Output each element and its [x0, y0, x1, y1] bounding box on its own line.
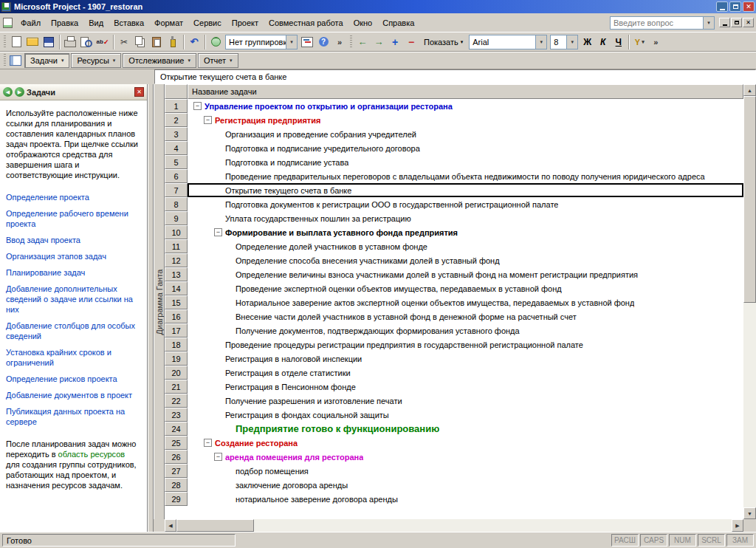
table-row[interactable]: 15Нотариальное заверение актов экспертно…	[165, 295, 743, 309]
task-name-cell[interactable]: нотариальное заверение договора аренды	[188, 492, 743, 506]
sidebar-link[interactable]: Определение рисков проекта	[6, 374, 141, 384]
sidebar-link[interactable]: Добавление дополнительных сведений о зад…	[6, 284, 141, 315]
chevron-down-icon[interactable]: ▾	[703, 17, 714, 29]
row-id-cell[interactable]: 16	[165, 309, 188, 323]
question-input[interactable]: Введите вопрос ▾	[610, 16, 715, 30]
entry-field[interactable]: Открытие текущего счета в банке	[154, 69, 756, 84]
toolbar-grip[interactable]	[350, 35, 352, 49]
vertical-scrollbar[interactable]: ▲ ▼	[743, 84, 756, 519]
task-name-cell[interactable]: −Создание ресторана	[188, 436, 743, 450]
task-name-cell[interactable]: Проведение предварительных переговоров с…	[188, 169, 743, 183]
table-row[interactable]: 5Подготовка и подписание устава	[165, 155, 743, 169]
menu-item[interactable]: Вставка	[109, 16, 149, 30]
table-row[interactable]: 17Получение документов, подтверждающих ф…	[165, 323, 743, 338]
table-row[interactable]: 22Получение разрешения и изготовление пе…	[165, 394, 743, 408]
viewbar-button[interactable]: Ресурсы▾	[71, 53, 121, 68]
row-id-cell[interactable]: 9	[165, 211, 188, 225]
toolbar-grip[interactable]	[4, 35, 6, 49]
sidebar-link[interactable]: Определение рабочего времени проекта	[6, 208, 141, 229]
cut-button[interactable]: ✂	[116, 34, 132, 50]
table-row[interactable]: 13Определение величины взноса участникам…	[165, 267, 743, 281]
id-column-header[interactable]	[165, 84, 188, 99]
table-row[interactable]: 16Внесение части долей участников в уста…	[165, 309, 743, 323]
close-icon[interactable]: ✕	[134, 87, 144, 97]
font-combobox[interactable]: Arial ▾	[469, 35, 547, 49]
task-name-cell[interactable]: −Формирование и выплата уставного фонда …	[188, 225, 743, 239]
sidebar-link[interactable]: Добавление документов в проект	[6, 390, 141, 400]
table-row[interactable]: 19Регистрация в налоговой инспекции	[165, 352, 743, 366]
row-id-cell[interactable]: 2	[165, 113, 188, 127]
document-icon[interactable]	[3, 18, 13, 28]
title-bar[interactable]: Microsoft Project - 1907_restoran ✕	[0, 0, 756, 13]
task-name-cell[interactable]: Регистрация в фондах социальной защиты	[188, 408, 743, 422]
table-row[interactable]: 9Уплата государственных пошлин за регист…	[165, 211, 743, 225]
row-id-cell[interactable]: 24	[165, 422, 188, 436]
row-id-cell[interactable]: 20	[165, 366, 188, 380]
child-close-button[interactable]: ✕	[743, 18, 754, 27]
table-row[interactable]: 18Проведение процедуры регистрации предп…	[165, 338, 743, 352]
table-row[interactable]: 28заключение договора аренды	[165, 478, 743, 492]
row-id-cell[interactable]: 6	[165, 169, 188, 183]
menu-item[interactable]: Вид	[83, 16, 109, 30]
collapse-icon[interactable]: −	[214, 228, 222, 236]
row-id-cell[interactable]: 28	[165, 478, 188, 492]
collapse-icon[interactable]: −	[204, 439, 212, 447]
save-button[interactable]	[41, 34, 57, 50]
task-name-cell[interactable]: Внесение части долей участников в уставн…	[188, 309, 743, 323]
close-button[interactable]: ✕	[743, 1, 755, 12]
row-id-cell[interactable]: 21	[165, 380, 188, 394]
sidebar-link[interactable]: Планирование задач	[6, 267, 141, 278]
row-id-cell[interactable]: 8	[165, 197, 188, 211]
task-name-cell[interactable]: Проведение экспертной оценки объектов им…	[188, 281, 743, 295]
viewbar-button[interactable]: Отчет▾	[198, 53, 238, 68]
minimize-button[interactable]	[716, 1, 728, 12]
task-name-cell[interactable]: Подготовка и подписание устава	[188, 155, 743, 169]
menu-item[interactable]: Справка	[377, 16, 419, 30]
forward-icon[interactable]: ▶	[15, 87, 24, 97]
row-id-cell[interactable]: 11	[165, 239, 188, 253]
table-row[interactable]: 6Проведение предварительных переговоров …	[165, 169, 743, 183]
menu-item[interactable]: Проект	[227, 16, 264, 30]
child-minimize-button[interactable]	[719, 18, 730, 27]
row-id-cell[interactable]: 29	[165, 492, 188, 506]
table-row[interactable]: 8Подготовка документов к регистрации ООО…	[165, 197, 743, 211]
horizontal-scroll-track[interactable]	[254, 519, 732, 532]
row-id-cell[interactable]: 10	[165, 225, 188, 239]
table-row[interactable]: 27подбор помещения	[165, 464, 743, 478]
task-name-cell[interactable]: заключение договора аренды	[188, 478, 743, 492]
task-name-cell[interactable]: Получение документов, подтверждающих фор…	[188, 323, 743, 338]
resources-link[interactable]: область ресурсов	[58, 450, 126, 459]
vertical-scroll-thumb[interactable]	[743, 96, 756, 303]
child-restore-button[interactable]	[731, 18, 742, 27]
table-row[interactable]: 23Регистрация в фондах социальной защиты	[165, 408, 743, 422]
row-id-cell[interactable]: 25	[165, 436, 188, 450]
task-name-cell[interactable]: Регистрация в Пенсионном фонде	[188, 380, 743, 394]
horizontal-scrollbar[interactable]: ◀ ▶	[165, 519, 743, 532]
task-name-cell[interactable]: Подготовка документов к регистрации ООО …	[188, 197, 743, 211]
font-size-combobox[interactable]: 8 ▾	[550, 35, 578, 49]
task-name-cell[interactable]: Организация и проведение собрания учреди…	[188, 127, 743, 141]
row-id-cell[interactable]: 22	[165, 394, 188, 408]
menu-item[interactable]: Файл	[16, 16, 46, 30]
task-name-cell[interactable]: −аренда помещения для ресторана	[188, 450, 743, 464]
spelling-button[interactable]	[94, 34, 111, 50]
indent-button[interactable]: →	[371, 34, 387, 50]
chevron-down-icon[interactable]: ▾	[286, 35, 297, 49]
scroll-right-icon[interactable]: ▶	[732, 519, 743, 532]
italic-button[interactable]: К	[595, 34, 611, 49]
format-painter-button[interactable]	[165, 34, 181, 50]
outdent-button[interactable]: ←	[354, 34, 371, 50]
open-folder-button[interactable]	[24, 34, 41, 50]
task-name-cell[interactable]: Регистрация в налоговой инспекции	[188, 352, 743, 366]
table-row[interactable]: 29нотариальное заверение договора аренды	[165, 492, 743, 506]
task-name-cell[interactable]: Определение способа внесения участниками…	[188, 253, 743, 267]
task-name-cell[interactable]: Нотариальное заверение актов экспертной …	[188, 295, 743, 309]
row-id-cell[interactable]: 3	[165, 127, 188, 141]
task-name-column-header[interactable]: Название задачи	[188, 84, 743, 99]
formatting-overflow-button[interactable]: »	[647, 34, 664, 50]
back-icon[interactable]: ◀	[3, 87, 13, 97]
copy-button[interactable]	[132, 34, 148, 50]
scroll-up-icon[interactable]: ▲	[743, 84, 756, 96]
print-preview-button[interactable]	[78, 34, 94, 50]
row-id-cell[interactable]: 14	[165, 281, 188, 295]
